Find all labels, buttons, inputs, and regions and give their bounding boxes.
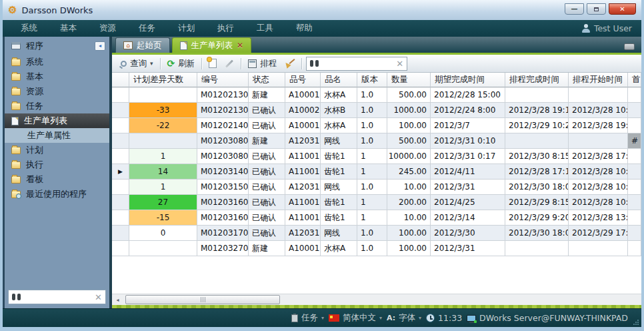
cell-ver[interactable]: 1 bbox=[357, 195, 387, 210]
scroll-left-arrow-icon[interactable]: ◂ bbox=[112, 294, 123, 305]
cell-extra[interactable] bbox=[628, 241, 641, 256]
cell-sched_start[interactable]: 2012/3/28 10:52 bbox=[569, 195, 628, 210]
cell-ver[interactable]: 1 bbox=[357, 210, 387, 226]
cell-item[interactable]: A12031 bbox=[285, 180, 321, 195]
cell-due[interactable]: 2012/3/31 bbox=[431, 180, 505, 195]
cell-diff[interactable]: 27 bbox=[129, 195, 197, 210]
sidebar-collapse-button[interactable]: ◂ bbox=[95, 41, 105, 51]
cell-name[interactable]: 水杯B bbox=[321, 103, 357, 118]
cell-sched_end[interactable]: 2012/3/28 17:13 bbox=[505, 164, 569, 180]
cell-due[interactable]: 2012/4/11 bbox=[431, 164, 505, 180]
cell-qty[interactable]: 1000.00 bbox=[387, 103, 431, 118]
clean-button[interactable] bbox=[281, 57, 299, 69]
cell-due[interactable]: 2012/2/24 8:00 bbox=[431, 103, 505, 118]
table-row[interactable]: -15M012031602已确认A11001齿轮1110.002012/3/14… bbox=[112, 210, 641, 226]
cell-ver[interactable]: 1.0 bbox=[357, 118, 387, 133]
menu-item[interactable]: 执行 bbox=[209, 21, 243, 35]
table-row[interactable]: -33M012021302已确认A10002水杯B1.01000.002012/… bbox=[112, 103, 641, 118]
cell-diff[interactable] bbox=[129, 87, 197, 103]
sidebar-item[interactable]: 任务 bbox=[5, 99, 109, 113]
cell-item[interactable]: A11001 bbox=[285, 210, 321, 226]
sidebar-item[interactable]: 看板 bbox=[5, 172, 109, 187]
toolbar-search-clear-icon[interactable]: ✕ bbox=[396, 59, 403, 68]
menu-item[interactable]: 帮助 bbox=[287, 21, 321, 35]
table-row[interactable]: 27M012031601已确认A11001齿轮11200.002012/4/25… bbox=[112, 195, 641, 210]
menu-item[interactable]: 资源 bbox=[91, 21, 125, 35]
cell-due[interactable]: 2012/3/31 0:10 bbox=[431, 133, 505, 149]
query-button[interactable]: 查询 ▾ bbox=[117, 57, 157, 71]
cell-diff[interactable] bbox=[129, 241, 197, 256]
table-row[interactable]: M012032701新建A10001水杯A1.0100.002012/3/31 bbox=[112, 241, 641, 256]
restore-button[interactable] bbox=[587, 3, 606, 15]
cell-name[interactable]: 水杯A bbox=[321, 87, 357, 103]
cell-ver[interactable]: 1.0 bbox=[357, 241, 387, 256]
cell-due[interactable]: 2012/2/28 15:00 bbox=[431, 87, 505, 103]
toolbar-search-input[interactable] bbox=[322, 59, 393, 68]
table-row[interactable]: 1M012031501已确认A12031网线1.010.002012/3/312… bbox=[112, 180, 641, 195]
edit-button[interactable] bbox=[221, 61, 238, 66]
cell-extra[interactable] bbox=[628, 118, 641, 133]
column-header[interactable]: 期望完成时间 bbox=[431, 73, 505, 87]
cell-status[interactable]: 已确认 bbox=[249, 164, 285, 180]
column-header[interactable]: 首 bbox=[628, 73, 641, 87]
cell-sched_start[interactable]: 2012/3/28 10:52 bbox=[569, 103, 628, 118]
cell-status[interactable]: 已确认 bbox=[249, 103, 285, 118]
table-row[interactable]: 1M012030802已确认A11001齿轮1110000.002012/3/3… bbox=[112, 149, 641, 164]
cell-name[interactable]: 齿轮1 bbox=[321, 210, 357, 226]
cell-no[interactable]: M012021401 bbox=[197, 118, 249, 133]
refresh-button[interactable]: ⟳ 刷新 bbox=[163, 57, 199, 71]
cell-item[interactable]: A11001 bbox=[285, 195, 321, 210]
cell-diff[interactable]: 1 bbox=[129, 180, 197, 195]
table-row[interactable]: M012021301新建A10001水杯A1.0500.002012/2/28 … bbox=[112, 87, 641, 103]
cell-extra[interactable] bbox=[628, 195, 641, 210]
sidebar-item[interactable]: 基本 bbox=[5, 69, 109, 84]
cell-sched_start[interactable]: 2012/3/28 10:52 bbox=[569, 164, 628, 180]
cell-sched_end[interactable]: 2012/3/30 8:15 bbox=[505, 149, 569, 164]
cell-sched_end[interactable]: 2012/3/29 8:15 bbox=[505, 195, 569, 210]
cell-due[interactable]: 2012/3/14 bbox=[431, 210, 505, 226]
cell-sched_start[interactable] bbox=[569, 133, 628, 149]
cell-sched_end[interactable] bbox=[505, 241, 569, 256]
cell-extra[interactable] bbox=[628, 210, 641, 226]
row-selector-cell[interactable] bbox=[112, 210, 129, 226]
cell-sched_end[interactable]: 2012/3/29 9:20 bbox=[505, 210, 569, 226]
cell-status[interactable]: 新建 bbox=[249, 241, 285, 256]
close-button[interactable]: ✕ bbox=[609, 3, 636, 15]
menu-item[interactable]: 任务 bbox=[130, 21, 164, 35]
minimize-button[interactable]: — bbox=[565, 3, 584, 15]
cell-name[interactable]: 齿轮1 bbox=[321, 195, 357, 210]
sidebar-item[interactable]: 生产单属性 bbox=[5, 128, 109, 143]
cell-ver[interactable]: 1 bbox=[357, 149, 387, 164]
row-selector-cell[interactable] bbox=[112, 180, 129, 195]
cell-qty[interactable]: 10.00 bbox=[387, 210, 431, 226]
tab-close-icon[interactable]: ✕ bbox=[237, 41, 243, 49]
cell-ver[interactable]: 1.0 bbox=[357, 133, 387, 149]
cell-no[interactable]: M012032701 bbox=[197, 241, 249, 256]
resize-grip[interactable] bbox=[633, 319, 639, 325]
cell-sched_end[interactable]: 2012/3/28 19:10 bbox=[505, 103, 569, 118]
cell-due[interactable]: 2012/3/30 bbox=[431, 226, 505, 241]
cell-diff[interactable]: -22 bbox=[129, 118, 197, 133]
cell-sched_start[interactable] bbox=[569, 87, 628, 103]
row-selector-cell[interactable]: ▶ bbox=[112, 164, 129, 180]
cell-due[interactable]: 2012/4/25 bbox=[431, 195, 505, 210]
cell-sched_end[interactable] bbox=[505, 87, 569, 103]
cell-extra[interactable] bbox=[628, 180, 641, 195]
cell-item[interactable]: A12031 bbox=[285, 133, 321, 149]
cell-item[interactable]: A10001 bbox=[285, 118, 321, 133]
cell-ver[interactable]: 1.0 bbox=[357, 180, 387, 195]
cell-no[interactable]: M012031601 bbox=[197, 195, 249, 210]
pin-tabs-icon[interactable] bbox=[624, 43, 635, 50]
cell-no[interactable]: M012031602 bbox=[197, 210, 249, 226]
cell-sched_start[interactable]: 2012/3/28 13:40 bbox=[569, 210, 628, 226]
cell-sched_start[interactable]: 2012/3/28 10:52 bbox=[569, 180, 628, 195]
table-row[interactable]: -22M012021401已确认A10001水杯A1.0100.002012/3… bbox=[112, 118, 641, 133]
column-header[interactable]: 版本 bbox=[357, 73, 387, 87]
font-menu[interactable]: A: 字体 ▾ bbox=[387, 312, 421, 324]
sidebar-item[interactable]: 资源 bbox=[5, 84, 109, 99]
cell-item[interactable]: A10001 bbox=[285, 241, 321, 256]
column-header[interactable]: 品名 bbox=[321, 73, 357, 87]
table-row[interactable]: M012030801新建A12031网线1.0500.002012/3/31 0… bbox=[112, 133, 641, 149]
cell-ver[interactable]: 1 bbox=[357, 164, 387, 180]
sidebar-search-clear-icon[interactable]: ✕ bbox=[95, 293, 102, 302]
